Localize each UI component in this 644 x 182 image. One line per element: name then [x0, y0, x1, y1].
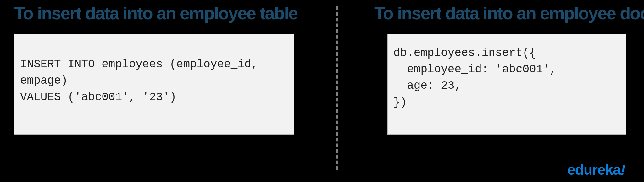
right-heading: To insert data into an employee document [374, 4, 632, 22]
left-heading: To insert data into an employee table [14, 4, 329, 22]
left-panel: To insert data into an employee table IN… [14, 0, 329, 135]
brand-exclaim-icon: ! [621, 162, 625, 178]
mongo-code-block: db.employees.insert({ employee_id: 'abc0… [387, 34, 626, 135]
vertical-divider [336, 6, 338, 170]
brand-logo: edureka! [567, 161, 625, 178]
right-panel: To insert data into an employee document… [374, 0, 632, 135]
sql-code-block: INSERT INTO employees (employee_id, empa… [14, 34, 294, 135]
brand-text: edureka [567, 162, 620, 178]
